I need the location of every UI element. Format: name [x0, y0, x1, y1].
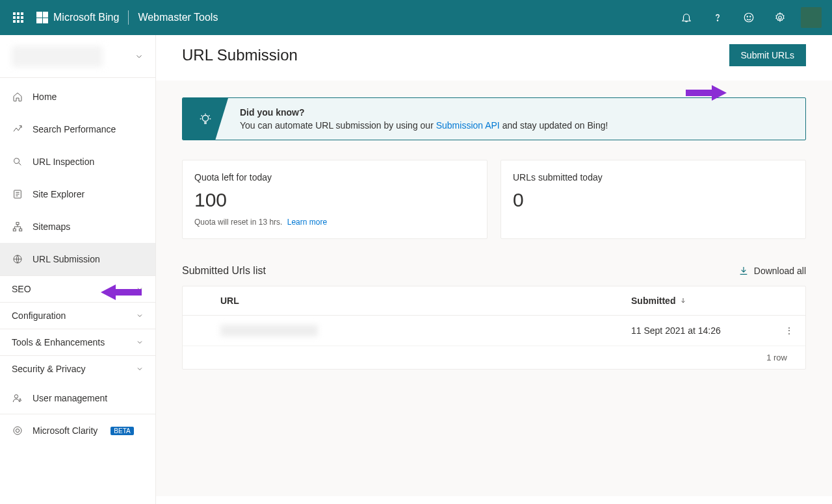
avatar[interactable]	[798, 5, 824, 31]
chevron-down-icon	[136, 365, 144, 373]
sidebar-section-label: SEO	[12, 284, 31, 294]
chevron-down-icon	[136, 338, 144, 346]
sidebar-item-label: Home	[32, 92, 57, 102]
submitted-urls-table: URL Submitted 11 Sept 2021 at 14:26 ⋮ 1 …	[182, 286, 806, 370]
svg-point-0	[717, 20, 718, 21]
download-icon	[738, 266, 749, 276]
sidebar-section-configuration[interactable]: Configuration	[0, 302, 155, 329]
quota-value: 100	[194, 189, 475, 211]
list-title: Submitted Urls list	[182, 265, 266, 277]
settings-icon[interactable]	[767, 5, 793, 31]
sidebar-item-user-management[interactable]: User management	[0, 382, 155, 414]
beta-badge: BETA	[110, 427, 133, 435]
sidebar-item-search-performance[interactable]: Search Performance	[0, 113, 155, 145]
quota-card: Quota left for today 100 Quota will rese…	[182, 160, 488, 239]
explorer-icon	[12, 188, 23, 200]
brand: Microsoft Bing Webmaster Tools	[36, 10, 218, 25]
help-icon[interactable]	[705, 5, 731, 31]
banner-text: You can automate URL submission by using…	[240, 120, 608, 131]
sidebar-section-label: Security & Privacy	[12, 364, 86, 374]
row-menu-button[interactable]: ⋮	[781, 325, 794, 336]
product-text: Webmaster Tools	[138, 12, 218, 23]
top-bar: Microsoft Bing Webmaster Tools	[0, 0, 832, 35]
notifications-icon[interactable]	[673, 5, 699, 31]
bing-logo-icon	[36, 12, 48, 23]
svg-point-4	[779, 16, 782, 19]
chevron-down-icon	[136, 312, 144, 320]
svg-point-14	[16, 429, 19, 432]
sidebar-item-label: Sitemaps	[32, 221, 70, 232]
sidebar-item-home[interactable]: Home	[0, 81, 155, 113]
sidebar-item-label: Site Explorer	[32, 189, 84, 199]
sidebar-section-security[interactable]: Security & Privacy	[0, 355, 155, 382]
svg-point-1	[744, 13, 753, 22]
sidebar-item-label: URL Submission	[32, 254, 100, 264]
sort-desc-icon	[679, 297, 687, 305]
lightbulb-icon	[198, 112, 213, 126]
sidebar-item-url-inspection[interactable]: URL Inspection	[0, 145, 155, 178]
quota-label: Quota left for today	[194, 172, 475, 183]
table-footer: 1 row	[183, 346, 805, 369]
table-row[interactable]: 11 Sept 2021 at 14:26 ⋮	[183, 316, 805, 346]
submitted-label: URLs submitted today	[513, 172, 794, 183]
search-icon	[12, 156, 23, 168]
svg-rect-8	[13, 229, 16, 231]
sidebar-section-label: Tools & Enhancements	[12, 337, 105, 347]
sidebar-section-tools[interactable]: Tools & Enhancements	[0, 329, 155, 355]
svg-point-3	[750, 16, 751, 17]
submit-urls-button[interactable]: Submit URLs	[729, 44, 806, 66]
learn-more-link[interactable]: Learn more	[287, 218, 327, 227]
svg-point-12	[20, 399, 21, 401]
svg-rect-9	[20, 229, 22, 231]
page-title: URL Submission	[182, 46, 298, 64]
trend-icon	[12, 123, 23, 135]
sidebar-item-sitemaps[interactable]: Sitemaps	[0, 210, 155, 243]
download-all-button[interactable]: Download all	[738, 266, 806, 276]
cell-submitted: 11 Sept 2021 at 14:26	[631, 325, 781, 336]
cell-url	[194, 325, 631, 336]
user-icon	[12, 392, 23, 404]
brand-text: Microsoft Bing	[53, 12, 119, 23]
sidebar-item-label: URL Inspection	[32, 157, 94, 167]
svg-point-11	[14, 394, 18, 397]
column-submitted[interactable]: Submitted	[631, 296, 781, 306]
sidebar-section-label: Configuration	[12, 310, 66, 321]
annotation-arrow	[99, 283, 142, 302]
sitemap-icon	[12, 221, 23, 233]
submitted-value: 0	[513, 189, 794, 211]
sidebar-item-site-explorer[interactable]: Site Explorer	[0, 178, 155, 210]
svg-point-15	[202, 116, 208, 121]
submitted-card: URLs submitted today 0	[500, 160, 806, 239]
sidebar-item-label: Search Performance	[32, 124, 116, 134]
sidebar-item-url-submission[interactable]: URL Submission	[0, 243, 155, 275]
clarity-icon	[12, 425, 23, 436]
info-banner: Did you know? You can automate URL submi…	[182, 97, 806, 140]
submission-api-link[interactable]: Submission API	[436, 120, 500, 131]
column-url[interactable]: URL	[194, 296, 631, 306]
site-picker[interactable]	[0, 35, 155, 78]
sidebar-item-label: User management	[32, 393, 107, 403]
banner-title: Did you know?	[240, 107, 608, 118]
svg-point-13	[14, 427, 21, 435]
annotation-arrow	[686, 83, 728, 103]
feedback-icon[interactable]	[736, 5, 762, 31]
svg-point-5	[14, 158, 20, 164]
svg-point-2	[747, 16, 748, 17]
sidebar-item-label: Microsoft Clarity	[32, 425, 98, 436]
svg-rect-7	[16, 222, 19, 224]
globe-icon	[12, 253, 23, 265]
chevron-down-icon	[135, 52, 144, 61]
sidebar: Home Search Performance URL Inspection S…	[0, 35, 156, 504]
quota-sub: Quota will reset in 13 hrs.	[194, 218, 282, 227]
sidebar-item-clarity[interactable]: Microsoft Clarity BETA	[0, 414, 155, 447]
app-launcher-icon[interactable]	[8, 7, 29, 28]
home-icon	[12, 91, 23, 103]
main-content: URL Submission Submit URLs Did you know?…	[156, 35, 832, 504]
